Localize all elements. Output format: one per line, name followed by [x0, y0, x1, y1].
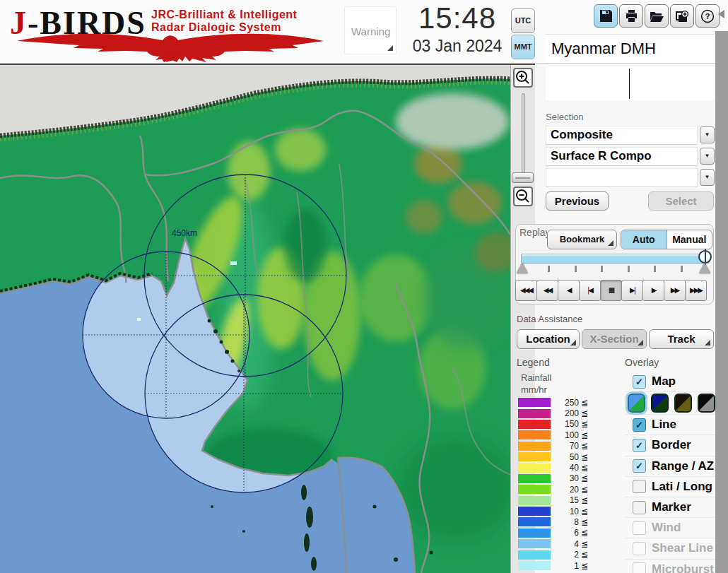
bookmark-button[interactable]: Bookmark [547, 230, 617, 249]
play-button[interactable]: ▶ [642, 280, 664, 301]
replay-slider-tick [548, 266, 550, 272]
help-icon: ? [700, 9, 715, 23]
checkbox-unchecked[interactable] [633, 542, 646, 555]
overlay-item-border[interactable]: ✓Border [625, 435, 715, 456]
map-style-swatch-1[interactable] [628, 394, 645, 413]
overlay-item-label: Lati / Long [652, 480, 712, 494]
map-style-swatch-4[interactable] [698, 394, 715, 413]
legend-comparator: ≦ [581, 528, 588, 538]
legend-color-swatch [518, 430, 551, 439]
rewind-fast-button[interactable]: ◀◀◀ [515, 280, 537, 301]
overlay-item-line[interactable]: ✓Line [625, 415, 715, 435]
legend-row: 8≦ [518, 516, 606, 527]
legend-value: 70 [553, 441, 579, 451]
overlay-item-lati-long[interactable]: Lati / Long [625, 477, 715, 497]
overlay-item-label: Range / AZ [652, 459, 714, 473]
product-dropdown-3-arrow[interactable]: ▼ [700, 169, 715, 186]
legend-value: 8 [553, 517, 579, 527]
legend-value: 150 [553, 419, 579, 429]
skip-start-button[interactable]: |◀ [579, 280, 601, 301]
panel-collapse-arrow-icon[interactable] [718, 10, 724, 18]
forward-button[interactable]: ▶▶ [664, 280, 686, 301]
checkbox-checked[interactable]: ✓ [633, 375, 646, 389]
product-dropdown-3[interactable] [546, 168, 698, 187]
zoom-in-button[interactable] [513, 68, 533, 88]
data-assistance-location-button[interactable]: Location [517, 329, 580, 349]
legend-row: 70≦ [518, 441, 606, 451]
checkbox-checked[interactable]: ✓ [633, 459, 646, 473]
previous-button[interactable]: Previous [546, 191, 609, 211]
map-style-swatch-3[interactable] [674, 394, 692, 413]
data-assistance-x-section-button[interactable]: X-Section [582, 329, 647, 349]
play-reverse-button[interactable]: ◀ [558, 280, 580, 301]
legend-color-swatch [518, 420, 551, 429]
timezone-utc-button[interactable]: UTC [511, 8, 535, 33]
overlay-item-label: Microburst [652, 562, 714, 573]
help-button[interactable]: ? [695, 4, 720, 28]
radar-map[interactable]: 450km [0, 65, 510, 573]
overlay-item-range-az[interactable]: ✓Range / AZ [625, 456, 715, 477]
replay-mode-manual[interactable]: Manual [667, 230, 712, 249]
timezone-mmt-button[interactable]: MMT [511, 35, 535, 59]
stop-button[interactable]: ■ [600, 280, 622, 301]
legend-comparator: ≦ [581, 550, 588, 560]
overlay-item-shear-line[interactable]: Shear Line [625, 538, 715, 559]
zoom-slider-handle[interactable] [512, 172, 534, 183]
product-dropdown-2-arrow[interactable]: ▼ [700, 148, 715, 165]
checkbox-unchecked[interactable] [633, 501, 646, 514]
replay-range-start-marker[interactable] [517, 263, 528, 273]
overlay-label: Overlay [625, 357, 659, 368]
svg-text:?: ? [705, 12, 710, 20]
clock-date: 03 Jan 2024 [397, 37, 517, 56]
legend-value: 200 [553, 408, 579, 418]
site-name-field[interactable]: Myanmar DMH [546, 34, 714, 62]
checkbox-checked[interactable]: ✓ [633, 439, 646, 452]
legend-value: 250 [553, 398, 579, 408]
add-image-button[interactable] [670, 4, 694, 28]
chevron-down-icon: ▼ [705, 131, 710, 138]
info-box-divider [629, 69, 630, 99]
legend-title-line1: Rainfall [521, 372, 551, 383]
save-button[interactable] [594, 4, 618, 28]
replay-slider-track[interactable] [521, 254, 710, 264]
checkbox-unchecked[interactable] [633, 480, 646, 493]
overlay-item-microburst[interactable]: Microburst [625, 560, 715, 573]
print-button[interactable] [619, 4, 643, 28]
checkbox-unchecked[interactable] [633, 562, 646, 573]
product-dropdown-2[interactable]: Surface R Compo [546, 147, 698, 166]
legend-row: 2≦ [518, 549, 606, 560]
product-dropdown-1-arrow[interactable]: ▼ [700, 126, 715, 143]
zoom-out-button[interactable] [513, 187, 533, 206]
data-assistance-label: Data Assistance [517, 314, 582, 324]
legend-value: 20 [553, 485, 579, 495]
overlay-item-map[interactable]: ✓Map [625, 372, 715, 392]
legend-row: 250≦ [518, 397, 606, 408]
rewind-button[interactable]: ◀◀ [536, 280, 558, 301]
overlay-list: ✓Map✓Line✓Border✓Range / AZLati / LongMa… [625, 372, 715, 573]
product-dropdown-1[interactable]: Composite [546, 126, 698, 145]
legend-row: 30≦ [518, 473, 606, 484]
map-style-swatch-2[interactable] [651, 394, 669, 413]
replay-slider-handle[interactable] [698, 250, 712, 264]
logo-subtitle-line1: JRC-Brilliant & Intelligent [151, 8, 297, 21]
checkbox-unchecked[interactable] [633, 521, 646, 535]
warning-button[interactable]: Warning [344, 6, 397, 54]
overlay-item-wind[interactable]: Wind [625, 518, 715, 538]
legend-row: 50≦ [518, 451, 606, 462]
select-button[interactable]: Select [648, 191, 714, 211]
forward-fast-button[interactable]: ▶▶▶ [685, 280, 707, 301]
overlay-item-marker[interactable]: Marker [625, 497, 715, 518]
replay-range-end-marker[interactable] [699, 263, 710, 273]
replay-mode-auto[interactable]: Auto [621, 230, 667, 249]
replay-slider-tick [601, 266, 603, 272]
open-file-button[interactable] [645, 4, 669, 28]
toolbar: ? [594, 4, 720, 28]
zoom-slider-track[interactable] [522, 93, 525, 182]
legend-value: 10 [553, 507, 579, 516]
legend-comparator: ≦ [581, 561, 588, 571]
data-assistance-track-button[interactable]: Track [649, 329, 714, 349]
legend-color-swatch [518, 539, 551, 548]
skip-end-button[interactable]: ▶| [621, 280, 643, 301]
checkbox-checked[interactable]: ✓ [633, 418, 646, 432]
replay-slider-tick [575, 266, 577, 272]
